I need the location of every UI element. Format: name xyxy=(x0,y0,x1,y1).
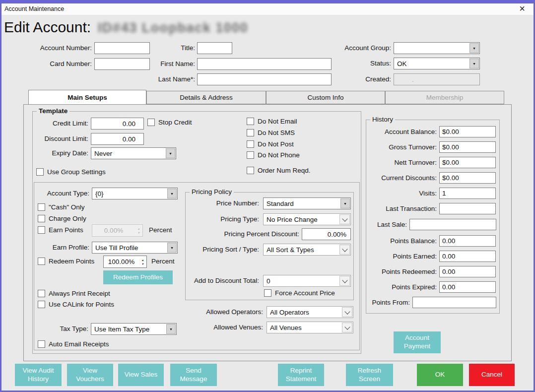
earn-points-checkbox-field: Earn Points xyxy=(38,226,83,234)
chevron-down-icon[interactable] xyxy=(342,307,352,317)
points-redeemed-label: Points Redeemed: xyxy=(382,268,437,275)
cash-only-checkbox[interactable] xyxy=(38,203,45,211)
account-number-field[interactable] xyxy=(94,42,150,54)
pricing-percent-discount-field[interactable] xyxy=(302,228,351,240)
do-not-phone-checkbox[interactable] xyxy=(247,151,254,159)
nett-turnover-label: Nett Turnover: xyxy=(394,159,437,166)
price-number-combo[interactable]: Standard ▼ xyxy=(263,197,351,209)
chevron-down-icon[interactable] xyxy=(339,245,350,255)
auto-email-receipts-checkbox[interactable] xyxy=(38,340,45,348)
do-not-email-label: Do Not Email xyxy=(258,118,297,125)
account-balance-field xyxy=(439,126,496,137)
do-not-sms-checkbox[interactable] xyxy=(247,129,254,136)
tax-type-combo[interactable]: Use Item Tax Type ▼ xyxy=(91,323,177,335)
credit-limit-label: Credit Limit: xyxy=(53,120,88,127)
last-name-field[interactable] xyxy=(197,73,332,85)
dropdown-arrow-icon[interactable]: ▼ xyxy=(469,43,479,53)
status-value: OK xyxy=(394,60,469,67)
redeem-points-checkbox-field: Redeem Points xyxy=(38,258,94,265)
tab-details-address[interactable]: Details & Address xyxy=(146,91,266,104)
account-type-combo[interactable]: {0} ▼ xyxy=(92,188,178,199)
tab-custom-info[interactable]: Custom Info xyxy=(266,91,385,104)
points-from-field xyxy=(412,297,496,308)
send-message-button[interactable]: Send Message xyxy=(170,364,217,386)
add-to-discount-total-label: Add to Discount Total: xyxy=(194,277,259,284)
redeem-points-value: 100.00% xyxy=(104,256,139,267)
add-to-discount-total-combo[interactable]: 0 xyxy=(263,275,351,287)
order-num-reqd-label: Order Num Reqd. xyxy=(258,167,311,174)
earn-points-value: 0.00% xyxy=(92,225,135,236)
dropdown-arrow-icon[interactable]: ▼ xyxy=(340,198,350,208)
close-icon[interactable]: × xyxy=(519,3,525,14)
add-to-discount-total-value: 0 xyxy=(264,277,339,285)
history-legend: History xyxy=(370,116,395,123)
stop-credit-label: Stop Credit xyxy=(158,119,192,126)
spin-down-icon[interactable]: ▾ xyxy=(142,262,143,265)
chevron-down-icon[interactable] xyxy=(339,214,350,224)
use-calink-checkbox[interactable] xyxy=(38,301,45,308)
cash-only-checkbox-field: "Cash" Only xyxy=(38,203,85,211)
force-account-price-checkbox[interactable] xyxy=(264,289,271,297)
credit-limit-field[interactable] xyxy=(91,118,144,130)
spin-up-icon[interactable]: ▴ xyxy=(142,258,143,261)
card-number-field[interactable] xyxy=(94,58,150,70)
cancel-button[interactable]: Cancel xyxy=(469,364,515,386)
account-group-combo[interactable]: ▼ xyxy=(394,42,480,54)
visits-label: Visits: xyxy=(419,190,437,197)
ok-button[interactable]: OK xyxy=(417,364,463,386)
pricing-sort-type-combo[interactable]: All Sort & Types xyxy=(263,244,351,256)
allowed-venues-combo[interactable]: All Venues xyxy=(267,322,353,333)
force-account-price-label: Force Account Price xyxy=(275,289,335,297)
last-transaction-label: Last Transaction: xyxy=(386,205,437,212)
spinner-arrows-icon[interactable]: ▴▾ xyxy=(139,256,146,267)
points-earned-label: Points Earned: xyxy=(393,253,437,260)
always-print-receipt-checkbox[interactable] xyxy=(38,290,45,297)
earn-points-checkbox[interactable] xyxy=(38,226,45,234)
redeem-points-label: Redeem Points xyxy=(49,258,94,265)
always-print-receipt-checkbox-field: Always Print Receipt xyxy=(38,290,110,297)
discount-limit-field[interactable] xyxy=(91,133,144,145)
stop-credit-checkbox[interactable] xyxy=(147,119,155,126)
view-sales-button[interactable]: View Sales xyxy=(118,364,164,386)
redeem-points-spinner[interactable]: 100.00% ▴▾ xyxy=(103,256,147,268)
dropdown-arrow-icon[interactable]: ▼ xyxy=(167,243,177,253)
view-vouchers-button[interactable]: View Vouchers xyxy=(67,364,113,386)
allowed-operators-value: All Operators xyxy=(267,309,341,316)
dropdown-arrow-icon[interactable]: ▼ xyxy=(167,189,177,198)
charge-only-checkbox[interactable] xyxy=(38,215,45,222)
tax-type-label: Tax Type: xyxy=(60,325,88,332)
expiry-date-combo[interactable]: Never ▼ xyxy=(91,147,176,159)
view-audit-history-button[interactable]: View Audit History xyxy=(15,364,62,386)
account-type-value: {0} xyxy=(92,190,167,197)
dropdown-arrow-icon[interactable]: ▼ xyxy=(166,148,175,158)
do-not-post-checkbox-field: Do Not Post xyxy=(247,140,294,148)
tax-type-value: Use Item Tax Type xyxy=(91,326,166,333)
title-field[interactable] xyxy=(197,42,232,54)
do-not-email-checkbox[interactable] xyxy=(247,118,254,125)
earn-profile-combo[interactable]: Use Till Profile ▼ xyxy=(92,242,178,254)
allowed-operators-combo[interactable]: All Operators xyxy=(267,306,353,318)
last-name-label: Last Name*: xyxy=(158,75,195,83)
order-num-reqd-checkbox[interactable] xyxy=(247,167,254,174)
chevron-down-icon[interactable] xyxy=(339,276,350,286)
account-payment-button[interactable]: Account Payment xyxy=(394,331,441,353)
pricing-type-combo[interactable]: No Price Change xyxy=(263,213,351,225)
do-not-post-checkbox[interactable] xyxy=(247,140,254,148)
template-group-legend: Template xyxy=(37,107,69,115)
points-balance-field xyxy=(439,235,496,247)
reprint-statement-button[interactable]: Reprint Statement xyxy=(278,364,324,386)
pricing-policy-legend: Pricing Policy xyxy=(190,188,234,196)
redeem-points-checkbox[interactable] xyxy=(38,258,45,265)
chevron-down-icon[interactable] xyxy=(342,323,352,332)
spin-up-icon: ▴ xyxy=(138,227,139,230)
first-name-field[interactable] xyxy=(197,58,332,70)
redeem-profiles-button[interactable]: Redeem Profiles xyxy=(103,270,173,284)
dropdown-arrow-icon[interactable]: ▼ xyxy=(469,59,479,68)
refresh-screen-button[interactable]: Refresh Screen xyxy=(346,364,393,386)
tab-main-setups[interactable]: Main Setups xyxy=(28,90,146,104)
use-group-settings-checkbox[interactable] xyxy=(36,168,44,176)
status-combo[interactable]: OK ▼ xyxy=(394,58,480,69)
last-sale-field xyxy=(409,219,496,230)
dropdown-arrow-icon[interactable]: ▼ xyxy=(166,324,176,334)
force-account-price-checkbox-field: Force Account Price xyxy=(264,289,335,297)
